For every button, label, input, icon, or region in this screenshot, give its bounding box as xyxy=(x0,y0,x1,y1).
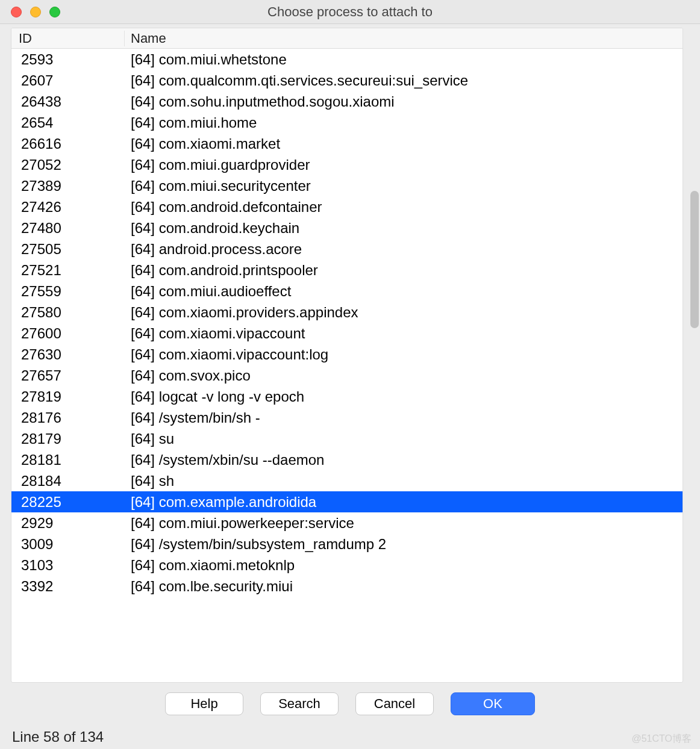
cell-name: [64] com.xiaomi.market xyxy=(125,135,683,152)
table-body: 2593[64] com.miui.whetstone2607[64] com.… xyxy=(11,49,683,682)
table-row[interactable]: 27521[64] com.android.printspooler xyxy=(11,260,683,281)
cell-name: [64] su xyxy=(125,430,683,447)
watermark: @51CTO博客 xyxy=(631,733,692,745)
table-row[interactable]: 28176[64] /system/bin/sh - xyxy=(11,407,683,428)
process-table: ID Name 2593[64] com.miui.whetstone2607[… xyxy=(11,28,683,683)
cell-name: [64] /system/bin/sh - xyxy=(125,409,683,426)
cell-id: 28176 xyxy=(13,409,125,426)
cell-id: 2593 xyxy=(13,51,125,68)
cell-id: 28181 xyxy=(13,452,125,468)
table-row[interactable]: 2607[64] com.qualcomm.qti.services.secur… xyxy=(11,70,683,91)
window-title: Choose process to attach to xyxy=(0,4,700,20)
cell-name: [64] android.process.acore xyxy=(125,241,683,258)
cell-id: 27600 xyxy=(13,325,125,342)
cell-id: 27630 xyxy=(13,346,125,363)
table-row[interactable]: 3392[64] com.lbe.security.miui xyxy=(11,576,683,597)
column-header-name[interactable]: Name xyxy=(125,31,683,46)
cell-name: [64] com.miui.audioeffect xyxy=(125,283,683,300)
status-text: Line 58 of 134 xyxy=(12,729,104,745)
traffic-lights xyxy=(0,7,60,17)
cell-name: [64] com.miui.guardprovider xyxy=(125,157,683,173)
cell-name: [64] com.lbe.security.miui xyxy=(125,578,683,595)
table-row[interactable]: 2929[64] com.miui.powerkeeper:service xyxy=(11,512,683,533)
table-row[interactable]: 28179[64] su xyxy=(11,428,683,449)
cell-name: [64] com.miui.home xyxy=(125,114,683,131)
table-row[interactable]: 27559[64] com.miui.audioeffect xyxy=(11,281,683,302)
cell-name: [64] com.xiaomi.vipaccount:log xyxy=(125,346,683,363)
column-header-id[interactable]: ID xyxy=(11,31,125,46)
cell-name: [64] com.qualcomm.qti.services.secureui:… xyxy=(125,72,683,89)
cell-name: [64] /system/xbin/su --daemon xyxy=(125,452,683,468)
table-row[interactable]: 26616[64] com.xiaomi.market xyxy=(11,133,683,154)
cancel-button[interactable]: Cancel xyxy=(355,692,434,715)
table-row[interactable]: 27580[64] com.xiaomi.providers.appindex xyxy=(11,302,683,323)
search-button[interactable]: Search xyxy=(260,692,339,715)
cell-id: 2607 xyxy=(13,72,125,89)
cell-id: 26616 xyxy=(13,135,125,152)
cell-name: [64] logcat -v long -v epoch xyxy=(125,388,683,405)
content-area: ID Name 2593[64] com.miui.whetstone2607[… xyxy=(0,24,700,683)
table-row[interactable]: 26438[64] com.sohu.inputmethod.sogou.xia… xyxy=(11,91,683,112)
zoom-icon[interactable] xyxy=(49,7,60,17)
status-bar: Line 58 of 134 @51CTO博客 xyxy=(0,725,700,749)
cell-name: [64] com.svox.pico xyxy=(125,367,683,384)
scrollbar-thumb[interactable] xyxy=(690,191,699,328)
cell-name: [64] com.android.keychain xyxy=(125,220,683,237)
table-row[interactable]: 27052[64] com.miui.guardprovider xyxy=(11,154,683,175)
scrollbar-track[interactable] xyxy=(689,54,699,677)
cell-name: [64] com.example.androidida xyxy=(125,494,683,511)
table-row[interactable]: 27426[64] com.android.defcontainer xyxy=(11,196,683,217)
cell-id: 27521 xyxy=(13,262,125,279)
close-icon[interactable] xyxy=(11,7,22,17)
dialog-window: Choose process to attach to ID Name 2593… xyxy=(0,0,700,749)
cell-id: 3392 xyxy=(13,578,125,595)
cell-name: [64] /system/bin/subsystem_ramdump 2 xyxy=(125,536,683,553)
cell-id: 27389 xyxy=(13,178,125,194)
cell-name: [64] com.xiaomi.vipaccount xyxy=(125,325,683,342)
table-row[interactable]: 2654[64] com.miui.home xyxy=(11,112,683,133)
table-row[interactable]: 27657[64] com.svox.pico xyxy=(11,365,683,386)
table-row[interactable]: 28184[64] sh xyxy=(11,470,683,491)
cell-name: [64] com.miui.powerkeeper:service xyxy=(125,515,683,532)
table-header: ID Name xyxy=(11,28,683,49)
cell-id: 28225 xyxy=(13,494,125,511)
cell-id: 27580 xyxy=(13,304,125,321)
table-row[interactable]: 28181[64] /system/xbin/su --daemon xyxy=(11,449,683,470)
cell-id: 2654 xyxy=(13,114,125,131)
cell-name: [64] sh xyxy=(125,473,683,489)
table-row[interactable]: 3009[64] /system/bin/subsystem_ramdump 2 xyxy=(11,533,683,555)
cell-id: 27505 xyxy=(13,241,125,258)
table-row[interactable]: 27389[64] com.miui.securitycenter xyxy=(11,175,683,196)
table-row[interactable]: 28225[64] com.example.androidida xyxy=(11,491,683,512)
cell-name: [64] com.xiaomi.providers.appindex xyxy=(125,304,683,321)
cell-id: 28179 xyxy=(13,430,125,447)
cell-id: 3103 xyxy=(13,557,125,574)
cell-id: 27559 xyxy=(13,283,125,300)
table-row[interactable]: 27505[64] android.process.acore xyxy=(11,238,683,260)
cell-name: [64] com.xiaomi.metoknlp xyxy=(125,557,683,574)
cell-id: 26438 xyxy=(13,93,125,110)
table-row[interactable]: 27600[64] com.xiaomi.vipaccount xyxy=(11,323,683,344)
button-bar: Help Search Cancel OK xyxy=(0,683,700,725)
ok-button[interactable]: OK xyxy=(451,692,535,715)
table-row[interactable]: 27630[64] com.xiaomi.vipaccount:log xyxy=(11,344,683,365)
minimize-icon[interactable] xyxy=(30,7,41,17)
cell-name: [64] com.miui.whetstone xyxy=(125,51,683,68)
cell-id: 27480 xyxy=(13,220,125,237)
cell-name: [64] com.miui.securitycenter xyxy=(125,178,683,194)
cell-id: 3009 xyxy=(13,536,125,553)
cell-name: [64] com.android.printspooler xyxy=(125,262,683,279)
help-button[interactable]: Help xyxy=(165,692,243,715)
table-row[interactable]: 27819[64] logcat -v long -v epoch xyxy=(11,386,683,407)
cell-id: 27052 xyxy=(13,157,125,173)
table-row[interactable]: 3103[64] com.xiaomi.metoknlp xyxy=(11,555,683,576)
cell-name: [64] com.android.defcontainer xyxy=(125,199,683,216)
cell-id: 28184 xyxy=(13,473,125,489)
table-row[interactable]: 2593[64] com.miui.whetstone xyxy=(11,49,683,70)
cell-id: 27819 xyxy=(13,388,125,405)
table-row[interactable]: 27480[64] com.android.keychain xyxy=(11,217,683,238)
titlebar: Choose process to attach to xyxy=(0,0,700,24)
cell-name: [64] com.sohu.inputmethod.sogou.xiaomi xyxy=(125,93,683,110)
cell-id: 27657 xyxy=(13,367,125,384)
cell-id: 27426 xyxy=(13,199,125,216)
